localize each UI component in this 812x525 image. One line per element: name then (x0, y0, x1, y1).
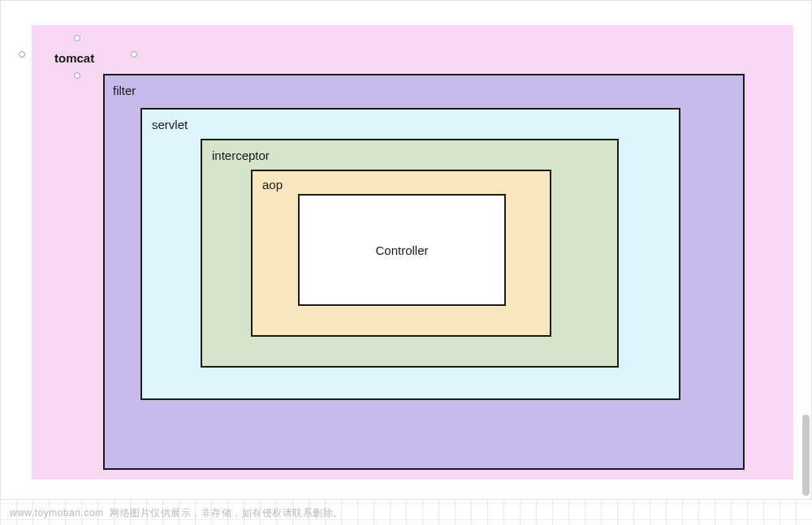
controller-label: Controller (375, 243, 428, 257)
aop-box: aop Controller (251, 170, 551, 337)
watermark-note: 网络图片仅供展示，非存储，如有侵权请联系删除。 (110, 507, 343, 519)
watermark-site: www.toymoban.com (10, 507, 103, 519)
aop-label: aop (262, 178, 283, 191)
tomcat-box: tomcat filter servlet interceptor aop Co… (32, 25, 793, 480)
selection-handle-icon[interactable] (74, 35, 80, 41)
scrollbar-vertical[interactable] (802, 415, 810, 496)
servlet-label: servlet (152, 118, 188, 131)
filter-box: filter servlet interceptor aop Controlle… (103, 74, 745, 470)
servlet-box: servlet interceptor aop Controller (140, 108, 680, 400)
selection-handle-icon[interactable] (19, 51, 25, 58)
canvas-frame: tomcat filter servlet interceptor aop Co… (0, 0, 812, 500)
interceptor-box: interceptor aop Controller (201, 139, 619, 368)
tomcat-label: tomcat (54, 51, 94, 65)
selection-handle-icon[interactable] (131, 51, 137, 58)
interceptor-label: interceptor (212, 148, 270, 162)
watermark-text: www.toymoban.com 网络图片仅供展示，非存储，如有侵权请联系删除。 (10, 506, 343, 520)
filter-label: filter (113, 84, 136, 97)
selection-handle-icon[interactable] (74, 72, 80, 79)
controller-box: Controller (298, 194, 506, 306)
